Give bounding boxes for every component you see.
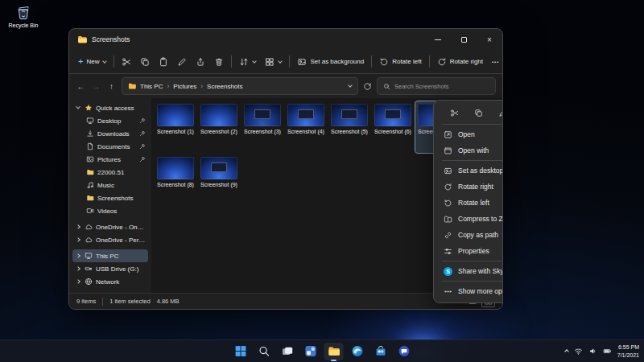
chevron-down-icon[interactable]	[75, 106, 81, 109]
sidebar-item-downloads[interactable]: Downloads	[72, 127, 148, 140]
back-button[interactable]: ←	[76, 82, 86, 91]
rename-button[interactable]	[495, 105, 503, 120]
volume-icon[interactable]	[588, 347, 597, 356]
share-button[interactable]	[192, 53, 209, 71]
battery-icon[interactable]	[603, 347, 612, 356]
new-button[interactable]: + New	[74, 53, 110, 71]
search-box[interactable]	[377, 77, 496, 95]
rotate-left-icon	[379, 57, 389, 67]
taskbar-center	[231, 340, 414, 362]
menu-item-open[interactable]: Open Enter	[437, 126, 503, 142]
close-button[interactable]: ×	[477, 29, 502, 50]
up-button[interactable]: ↑	[106, 82, 117, 91]
monitor-icon	[86, 117, 94, 125]
address-field[interactable]: This PC › Pictures › Screenshots	[122, 77, 358, 95]
copy-button[interactable]	[471, 105, 485, 120]
menu-item-open-with[interactable]: Open with ›	[437, 142, 503, 158]
chevron-right-icon[interactable]	[75, 267, 81, 270]
sidebar-item-screenshots[interactable]: Screenshots	[72, 191, 148, 204]
view-button[interactable]	[261, 53, 286, 71]
open-icon	[444, 130, 452, 139]
paste-button[interactable]	[155, 53, 172, 71]
sidebar-item-this-pc[interactable]: This PC	[72, 249, 148, 262]
widgets-button[interactable]	[301, 343, 320, 360]
microsoft-store-button[interactable]	[371, 343, 390, 360]
sidebar-item-usb-drive[interactable]: USB Drive (G:)	[72, 262, 148, 275]
file-label: Screenshot (5)	[331, 129, 368, 135]
breadcrumb-pictures[interactable]: Pictures	[173, 83, 196, 90]
sidebar-item-desktop[interactable]: Desktop	[72, 114, 148, 127]
maximize-button[interactable]	[451, 29, 477, 50]
file-item[interactable]: Screenshot (9)	[198, 154, 240, 206]
menu-item-rotate-right[interactable]: Rotate right	[437, 179, 503, 195]
file-item[interactable]: Screenshot (5)	[328, 101, 370, 153]
file-item[interactable]: Screenshot (8)	[155, 154, 196, 206]
delete-button[interactable]	[210, 53, 228, 71]
file-item[interactable]: Screenshot (1)	[155, 101, 196, 153]
sort-button[interactable]	[235, 53, 260, 71]
copy-button[interactable]	[136, 53, 154, 71]
sidebar-item-label: Network	[96, 278, 146, 286]
chevron-down-icon[interactable]	[348, 83, 353, 88]
menu-item-show-more-options[interactable]: Show more options Shift+F10	[437, 283, 503, 299]
chevron-right-icon[interactable]	[75, 280, 81, 283]
rotate-right-button[interactable]: Rotate right	[433, 53, 487, 71]
title-bar[interactable]: Screenshots ×	[69, 29, 502, 50]
minimize-button[interactable]	[425, 29, 451, 50]
edge-button[interactable]	[348, 343, 367, 360]
sidebar-item-onedrive-onmsft[interactable]: OneDrive - OnMSFT.com LLC	[72, 220, 148, 233]
wifi-icon[interactable]	[574, 347, 583, 356]
download-icon	[86, 130, 94, 138]
cut-button[interactable]	[118, 53, 135, 71]
start-button[interactable]	[231, 343, 250, 360]
sidebar-item-music[interactable]: Music	[72, 179, 148, 191]
chevron-right-icon[interactable]	[75, 225, 81, 228]
file-item[interactable]: Screenshot (2)	[198, 101, 240, 153]
taskbar-clock[interactable]: 6:55 PM 7/1/2021	[617, 343, 639, 358]
menu-item-rotate-left[interactable]: Rotate left	[437, 195, 503, 211]
file-item[interactable]: Screenshot (6)	[372, 101, 414, 153]
sidebar-item-pictures[interactable]: Pictures	[72, 153, 148, 166]
tray-expand-icon[interactable]	[564, 349, 569, 354]
cut-button[interactable]	[447, 105, 461, 120]
file-thumbnail	[244, 104, 281, 126]
recycle-bin[interactable]: Recycle Bin	[5, 4, 42, 28]
sidebar-item-22000-51[interactable]: 22000.51	[72, 166, 148, 179]
context-menu: Open Enter Open with › Set as desktop ba…	[433, 100, 503, 303]
see-more-button[interactable]: •••	[488, 53, 502, 71]
sidebar-item-videos[interactable]: Videos	[72, 204, 148, 217]
chat-button[interactable]	[394, 343, 414, 360]
menu-item-properties[interactable]: Properties Alt+Enter	[437, 243, 503, 259]
task-view-button[interactable]	[278, 343, 297, 360]
set-as-background-button[interactable]: Set as background	[293, 53, 368, 71]
file-item[interactable]: Screenshot (4)	[285, 101, 327, 153]
breadcrumb-screenshots[interactable]: Screenshots	[207, 83, 242, 90]
sidebar-item-onedrive-personal[interactable]: OneDrive - Personal	[72, 233, 148, 246]
menu-item-set-as-desktop-background[interactable]: Set as desktop background	[437, 162, 503, 179]
sidebar-item-quick-access[interactable]: Quick access	[72, 101, 148, 114]
chevron-right-icon[interactable]	[75, 254, 81, 257]
sidebar-item-label: Downloads	[97, 130, 136, 138]
forward-button[interactable]: →	[91, 82, 101, 91]
taskbar-search-button[interactable]	[254, 343, 274, 360]
file-explorer-button[interactable]	[324, 343, 344, 360]
menu-item-share-with-skype[interactable]: S Share with Skype	[437, 263, 503, 279]
file-item[interactable]: Screenshot (3)	[242, 101, 283, 153]
sidebar-item-documents[interactable]: Documents	[72, 140, 148, 153]
cut-icon	[450, 109, 459, 117]
folder-icon	[128, 82, 136, 90]
items-count: 9 items	[76, 298, 96, 305]
refresh-button[interactable]	[363, 82, 372, 91]
sidebar-item-network[interactable]: Network	[72, 275, 148, 288]
pin-icon	[139, 117, 146, 124]
file-thumbnail	[157, 157, 194, 179]
rename-button[interactable]	[173, 53, 191, 71]
menu-item-copy-as-path[interactable]: Copy as path	[437, 227, 503, 243]
search-input[interactable]	[394, 83, 489, 90]
menu-item-compress-to-zip[interactable]: Compress to ZIP file	[437, 211, 503, 227]
rotate-left-button[interactable]: Rotate left	[375, 53, 425, 71]
chevron-right-icon[interactable]	[75, 238, 81, 241]
sidebar-item-label: USB Drive (G:)	[96, 265, 146, 273]
breadcrumb-this-pc[interactable]: This PC	[140, 83, 163, 90]
maximize-icon	[461, 37, 467, 43]
